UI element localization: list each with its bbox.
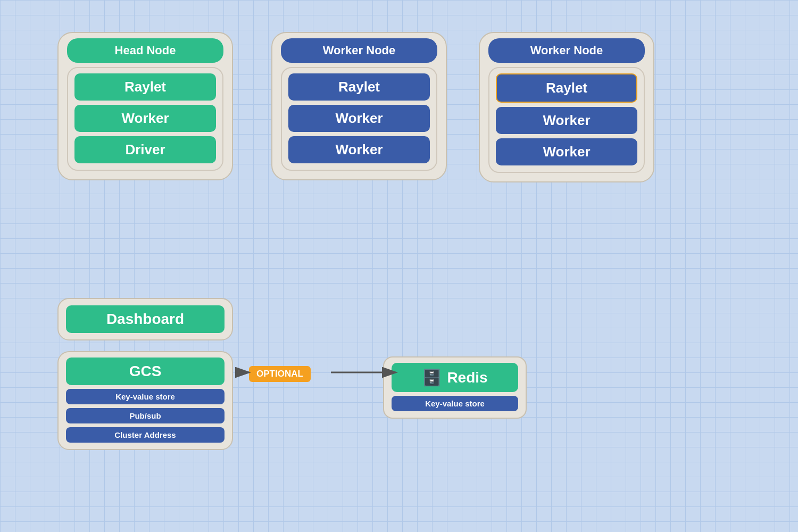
head-node-inner: Raylet Worker Driver [67,67,223,171]
worker-node-2: Worker Node Raylet Worker Worker [479,32,654,182]
worker1-worker2: Worker [288,136,430,163]
head-driver: Driver [74,136,216,163]
redis-box: 🗄️ Redis [392,363,518,392]
worker-node-1-header: Worker Node [281,38,437,63]
worker-node-1: Worker Node Raylet Worker Worker [271,32,447,180]
redis-label: Redis [447,369,487,386]
worker2-raylet: Raylet [496,73,637,103]
worker-node-1-inner: Raylet Worker Worker [281,67,437,171]
head-node-header: Head Node [67,38,223,63]
optional-label: OPTIONAL [249,366,311,382]
dashboard-box: Dashboard [66,305,225,333]
worker-node-2-inner: Raylet Worker Worker [488,67,645,173]
head-worker: Worker [74,105,216,132]
gcs-container: GCS Key-value store Pub/sub Cluster Addr… [57,351,233,450]
redis-icon: 🗄️ [422,368,442,387]
dashboard-container: Dashboard [57,298,233,340]
diagram: Head Node Raylet Worker Driver Worker No… [0,0,798,532]
gcs-kv: Key-value store [66,389,225,404]
redis-kv: Key-value store [392,396,518,411]
worker2-worker1: Worker [496,107,637,134]
worker1-raylet: Raylet [288,73,430,101]
gcs-cluster-addr: Cluster Address [66,427,225,443]
worker2-worker2: Worker [496,138,637,165]
head-node: Head Node Raylet Worker Driver [57,32,233,180]
redis-container: 🗄️ Redis Key-value store [383,356,527,419]
worker-node-2-header: Worker Node [488,38,645,63]
gcs-pubsub: Pub/sub [66,408,225,423]
gcs-box: GCS [66,358,225,385]
worker1-worker1: Worker [288,105,430,132]
head-raylet: Raylet [74,73,216,101]
